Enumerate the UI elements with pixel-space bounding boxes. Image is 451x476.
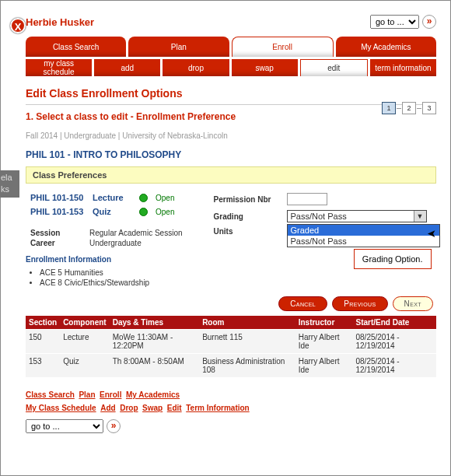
career-label: Career [30, 239, 85, 247]
table-cell-component: Quiz [60, 354, 110, 378]
title-divider: 123 [26, 104, 436, 105]
grading-dropdown-list: GradedPass/Not Pass [287, 224, 440, 247]
table-cell-section: 150 [26, 330, 60, 354]
table-cell-instr: Harry Albert Ide [295, 354, 353, 378]
step-3[interactable]: 3 [422, 102, 436, 114]
component-row: PHIL 101-150LectureOpen [30, 193, 183, 202]
session-value: Regular Academic Session [89, 229, 183, 237]
open-status-text: Open [156, 208, 174, 216]
class-preferences-header: Class Preferences [26, 166, 436, 184]
student-name: Herbie Husker [26, 16, 94, 28]
goto-select-bottom[interactable]: go to ... [26, 419, 103, 433]
subtab-term-information[interactable]: term information [370, 59, 436, 76]
enrollment-info-item: ACE 8 Civic/Ethics/Stewardship [40, 278, 436, 287]
component-type: Quiz [93, 207, 131, 216]
cancel-button[interactable]: Cancel [278, 296, 327, 311]
bottom-link-term-information[interactable]: Term Information [186, 404, 249, 412]
bottom-link-my-academics[interactable]: My Academics [126, 390, 180, 399]
goto-go-button-bottom[interactable]: » [107, 419, 121, 433]
subtab-drop[interactable]: drop [163, 59, 229, 76]
table-cell-dates: 08/25/2014 - 12/19/2014 [353, 354, 437, 378]
goto-top: go to ... » [370, 15, 436, 29]
table-cell-section: 153 [26, 354, 60, 378]
table-cell-instr: Harry Albert Ide [295, 330, 353, 354]
permission-input[interactable] [287, 193, 327, 205]
step-indicator: 123 [382, 102, 436, 114]
table-header: Days & Times [110, 316, 199, 330]
table-cell-component: Lecture [60, 330, 110, 354]
subtab-my-class-schedule[interactable]: my class schedule [26, 59, 92, 76]
subtab-swap[interactable]: swap [232, 59, 298, 76]
table-header: Start/End Date [353, 316, 437, 330]
schedule-table: SectionComponentDays & TimesRoomInstruct… [26, 316, 436, 377]
course-heading: PHIL 101 - INTRO TO PHILOSOPHY [26, 149, 436, 160]
cursor-icon: ➤ [427, 227, 436, 240]
bottom-link-plan[interactable]: Plan [79, 390, 95, 399]
bottom-link-class-search[interactable]: Class Search [26, 390, 75, 399]
bottom-link-swap[interactable]: Swap [142, 404, 163, 412]
bottom-link-add[interactable]: Add [100, 404, 115, 412]
table-cell-dates: 08/25/2014 - 12/19/2014 [353, 330, 437, 354]
subtab-edit[interactable]: edit [300, 59, 368, 76]
table-cell-times: Th 8:00AM - 8:50AM [110, 354, 199, 378]
tab-enroll[interactable]: Enroll [232, 37, 334, 57]
component-code: PHIL 101-150 [30, 193, 85, 202]
component-row: PHIL 101-153QuizOpen [30, 207, 183, 216]
subtab-add[interactable]: add [94, 59, 160, 76]
chevron-down-icon[interactable]: ▼ [414, 211, 426, 222]
subtitle: 1. Select a class to edit - Enrollment P… [26, 111, 436, 122]
grading-select[interactable]: Pass/Not Pass ▼ [287, 210, 427, 222]
page-title: Edit Class Enrollment Options [26, 87, 436, 100]
side-background-text: ela ks [0, 170, 19, 198]
tab-my-academics[interactable]: My Academics [336, 37, 436, 57]
grading-option[interactable]: Pass/Not Pass [288, 236, 439, 247]
term-meta: Fall 2014 | Undergraduate | University o… [26, 131, 436, 140]
grading-label: Grading [214, 212, 282, 221]
table-row: 153QuizTh 8:00AM - 8:50AMBusiness Admini… [26, 354, 436, 378]
enrollment-info-list: ACE 5 HumanitiesACE 8 Civic/Ethics/Stewa… [40, 268, 436, 287]
career-value: Undergraduate [89, 239, 142, 247]
table-cell-room: Burnett 115 [199, 330, 295, 354]
bottom-link-drop[interactable]: Drop [120, 404, 138, 412]
tab-class-search[interactable]: Class Search [26, 37, 126, 57]
bottom-link-my-class-schedule[interactable]: My Class Schedule [26, 404, 96, 412]
permission-label: Permission Nbr [214, 195, 282, 204]
tab-plan[interactable]: Plan [128, 37, 229, 57]
table-row: 150LectureMoWe 11:30AM - 12:20PMBurnett … [26, 330, 436, 354]
goto-select-top[interactable]: go to ... [370, 15, 419, 29]
component-type: Lecture [93, 193, 131, 202]
component-code: PHIL 101-153 [30, 207, 85, 216]
goto-go-button-top[interactable]: » [422, 15, 436, 29]
table-cell-room: Business Administration 108 [199, 354, 295, 378]
grading-callout: Grading Option. [354, 249, 432, 269]
app-window: X ela ks Herbie Husker go to ... » Class… [0, 0, 451, 476]
table-header: Section [26, 316, 60, 330]
step-2[interactable]: 2 [402, 102, 416, 114]
table-cell-times: MoWe 11:30AM - 12:20PM [110, 330, 199, 354]
table-header: Room [199, 316, 295, 330]
open-status-icon [139, 208, 148, 216]
open-status-text: Open [156, 194, 174, 202]
previous-button[interactable]: Previous [332, 296, 387, 311]
session-label: Session [30, 229, 85, 237]
table-header: Component [60, 316, 110, 330]
bottom-link-enroll[interactable]: Enroll [100, 390, 121, 399]
open-status-icon [139, 194, 148, 202]
bottom-link-edit[interactable]: Edit [167, 404, 182, 412]
units-label: Units [214, 227, 282, 236]
step-1[interactable]: 1 [382, 102, 396, 114]
grading-option[interactable]: Graded [288, 225, 439, 236]
next-button[interactable]: Next [393, 296, 433, 311]
main-tabs: Class SearchPlanEnrollMy Academics [26, 37, 436, 57]
sub-tabs: my class scheduleadddropswapeditterm inf… [26, 59, 436, 76]
bottom-links: Class Search Plan Enroll My Academics My… [26, 388, 436, 415]
enrollment-info-item: ACE 5 Humanities [40, 268, 436, 277]
table-header: Instructor [295, 316, 353, 330]
grading-selected-value: Pass/Not Pass [291, 212, 347, 221]
close-icon[interactable]: X [10, 18, 26, 33]
